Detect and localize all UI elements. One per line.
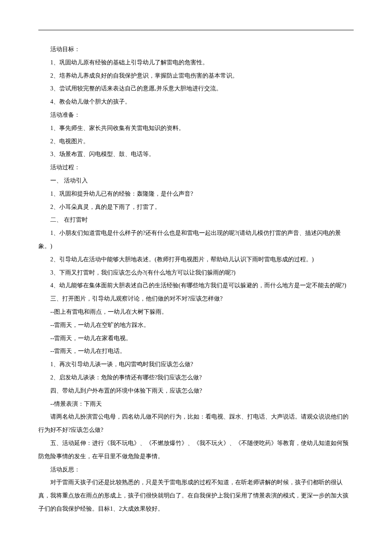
paragraph: 2、启发幼儿谈谈：危险的事情还有哪些?我们应该怎么做? — [38, 371, 354, 384]
paragraph: 2、小耳朵真灵，真的是下雨了，打雷了。 — [38, 201, 354, 214]
paragraph: 3、下雨又打雷时，我们应该怎么办?(有什么地方可以让我们躲雨的呢?) — [38, 266, 354, 280]
paragraph: 4、教会幼儿做个胆大的孩子。 — [38, 95, 354, 109]
paragraph: 3、场景布置、闪电模型、鼓、电话等。 — [38, 148, 354, 161]
paragraph: 1、巩固和提升幼儿已有的经验：轰隆隆，是什么声音? — [38, 188, 354, 201]
paragraph: 4、幼儿能够在集体面前大胆表述自己的生活经验(有哪些地方我们是可以躲避的，而什么… — [38, 279, 354, 292]
paragraph: 1、事先师生、家长共同收集有关雷电知识的资料。 — [38, 122, 354, 135]
paragraph: 五、活动延伸：进行《我不玩电》、《不燃放爆竹》、《我不玩火》、《不随便吃药》等教… — [38, 437, 354, 463]
paragraph: 活动目标： — [38, 43, 354, 56]
paragraph: 对于雷雨天孩子们还是比较熟悉的，只是关于雷电形成的过程不知道，在听老师讲解的时候… — [38, 476, 354, 515]
paragraph: --雷雨天，一幼儿在家看电视。 — [38, 332, 354, 345]
paragraph: 活动反思： — [38, 463, 354, 477]
paragraph: 一、 活动引入 — [38, 174, 354, 188]
document-body: 活动目标： 1、巩固幼儿原有经验的基础上引导幼儿了解雷电的危害性。 2、培养幼儿… — [38, 43, 354, 516]
paragraph: 2、培养幼儿养成良好的自我保护意识，掌握防止雷电伤害的基本常识。 — [38, 69, 354, 83]
paragraph: 1、小朋友们知道雷电是什么样子的?还有什么也是和雷电一起出现的呢?(请幼儿模仿打… — [38, 227, 354, 253]
paragraph: 1、再次引导幼儿谈一谈，电闪雷鸣时我们应该怎么做? — [38, 358, 354, 371]
horizontal-divider — [38, 30, 354, 30]
paragraph: 三、打开图片，引导幼儿观察讨论，他们做的对不对?应该怎样做? — [38, 292, 354, 306]
paragraph: 活动过程： — [38, 161, 354, 174]
paragraph: 活动准备： — [38, 109, 354, 122]
paragraph: 二、 在打雷时 — [38, 214, 354, 227]
paragraph: 四、带幼儿到户外布置的环境中体验下雨天，应该怎么做? — [38, 384, 354, 398]
paragraph: --情景表演：下雨天 — [38, 398, 354, 411]
paragraph: --雷雨天，一幼儿在打电话。 — [38, 345, 354, 358]
paragraph: 请两名幼儿扮演雷公电母，四名幼儿做不同的行为，比如：看电视、踩水、打电话、大声说… — [38, 410, 354, 437]
paragraph: 2、电视图片。 — [38, 135, 354, 148]
paragraph: --图上有雷电和雨点，一幼儿在大树下躲雨。 — [38, 306, 354, 319]
paragraph: 3、尝试用较完整的话来表达自己的意愿,并乐意大胆地进行交流。 — [38, 82, 354, 95]
paragraph: --雷雨天，一幼儿在空旷的地方踩水。 — [38, 319, 354, 332]
paragraph: 1、巩固幼儿原有经验的基础上引导幼儿了解雷电的危害性。 — [38, 56, 354, 69]
paragraph: 2、引导幼儿在活动中能够大胆地表述。(教师打开电视图片，帮助幼儿认识下雨时雷电形… — [38, 253, 354, 266]
